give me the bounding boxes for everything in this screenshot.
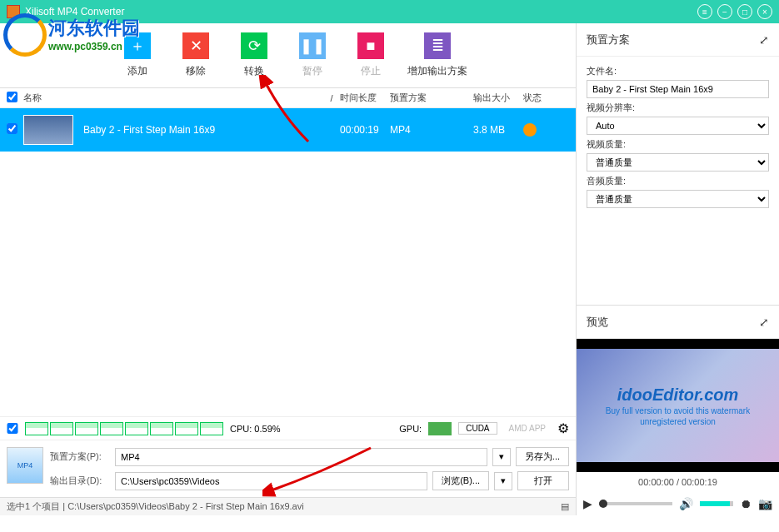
col-profile[interactable]: 预置方案 [390,92,473,104]
list-icon: ≣ [424,32,451,59]
refresh-icon: ⟳ [241,32,267,59]
volume-slider[interactable] [700,501,733,506]
clock-icon [523,123,537,137]
preset-panel-header: 预置方案 ⤢ [577,23,779,57]
nvidia-icon [428,422,452,435]
progress-slider[interactable] [599,502,672,505]
open-button[interactable]: 打开 [517,471,569,490]
row-profile: MP4 [390,124,473,136]
preview-title: 预览 [587,315,608,330]
col-duration[interactable]: 时间长度 [340,92,390,104]
remove-button[interactable]: ✕ 移除 [167,32,225,78]
col-name[interactable]: 名称 [23,92,323,104]
thumbnail [23,115,73,145]
pause-button[interactable]: ❚❚ 暂停 [283,32,342,78]
play-icon[interactable]: ▶ [583,497,592,510]
pause-icon: ❚❚ [299,32,326,59]
convert-button[interactable]: ⟳ 转换 [225,32,283,78]
list-header: 名称 / 时间长度 预置方案 输出大小 状态 [0,88,576,108]
gpu-label: GPU: [399,424,422,434]
browse-dropdown[interactable]: ▾ [494,472,512,490]
dest-label: 输出目录(D): [50,475,110,487]
close-btn[interactable]: × [757,4,772,19]
output-panel: MP4 预置方案(P): ▾ 另存为... 输出目录(D): 浏览(B)... … [0,440,576,497]
row-duration: 00:00:19 [340,124,390,136]
cpu-cores [25,422,223,435]
maximize-btn[interactable]: □ [737,4,752,19]
status-bar: 选中1 个项目 | C:\Users\pc0359\Videos\Baby 2 … [0,497,576,515]
profile-input[interactable] [115,448,487,466]
expand-icon[interactable]: ⤢ [759,33,769,47]
preview-controls: ▶ 🔊 ⏺ 📷 [577,492,779,515]
amd-button[interactable]: AMD APP [504,423,551,434]
preview-expand-icon[interactable]: ⤢ [759,316,769,329]
camera-icon[interactable]: 📷 [758,497,772,510]
preview-watermark2: unregistered version [640,417,716,426]
row-filename: Baby 2 - First Step Main 16x9 [83,124,323,136]
preview-watermark1: Buy full version to avoid this watermark [606,406,750,415]
browse-button[interactable]: 浏览(B)... [432,471,489,490]
performance-bar: CPU: 0.59% GPU: CUDA AMD APP ⚙ [0,416,576,440]
preview-header: 预览 ⤢ [577,306,779,339]
dest-input[interactable] [115,472,427,490]
aquality-label: 音频质量: [587,175,769,187]
list-empty-area[interactable] [0,152,576,416]
vquality-label: 视频质量: [587,138,769,151]
status-text: 选中1 个项目 | C:\Users\pc0359\Videos\Baby 2 … [7,500,304,513]
layout-icon[interactable]: ▤ [561,501,569,512]
vquality-select[interactable]: 普通质量 [587,153,769,172]
profile-dropdown[interactable]: ▾ [492,448,511,466]
settings-btn[interactable]: ≡ [697,4,712,19]
x-icon: ✕ [182,32,209,59]
resolution-label: 视频分辨率: [587,102,769,114]
preset-title: 预置方案 [587,32,630,47]
profile-label: 预置方案(P): [50,450,110,463]
cuda-button[interactable]: CUDA [458,422,497,435]
row-size: 3.8 MB [473,124,523,136]
stop-icon: ■ [357,32,384,59]
preview-logo: idooEditor.com [617,385,739,405]
add-profile-button[interactable]: ≣ 增加输出方案 [400,32,475,78]
record-icon[interactable]: ⏺ [740,497,752,510]
mp4-icon: MP4 [7,447,43,484]
col-status[interactable]: 状态 [523,92,548,104]
row-checkbox[interactable] [7,123,17,134]
perf-checkbox[interactable] [7,423,18,434]
resolution-select[interactable]: Auto [587,117,769,135]
cpu-usage: CPU: 0.59% [230,424,281,434]
select-all-checkbox[interactable] [7,92,17,102]
saveas-button[interactable]: 另存为... [516,447,569,466]
file-row[interactable]: Baby 2 - First Step Main 16x9 00:00:19 M… [0,108,576,152]
site-watermark: 河东软件园 www.pc0359.cn [0,10,140,58]
preview-video[interactable]: idooEditor.com Buy full version to avoid… [577,339,779,472]
preview-time: 00:00:00 / 00:00:19 [577,472,779,492]
filename-input[interactable] [587,80,769,98]
col-size[interactable]: 输出大小 [473,92,523,104]
minimize-btn[interactable]: − [717,4,732,19]
aquality-select[interactable]: 普通质量 [587,190,769,208]
stop-button[interactable]: ■ 停止 [342,32,400,78]
gear-icon[interactable]: ⚙ [557,420,569,436]
filename-label: 文件名: [587,65,769,77]
volume-icon[interactable]: 🔊 [679,497,693,510]
